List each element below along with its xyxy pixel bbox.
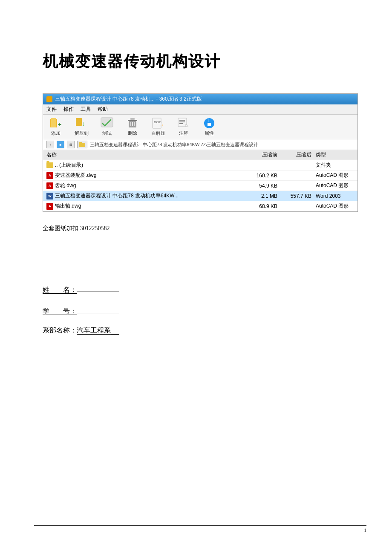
fm-file-row[interactable]: A 齿轮.dwg 54.9 KB AutoCAD 图形	[43, 181, 357, 191]
form-row-dept: 系部名称： 汽车工程系	[43, 326, 358, 335]
comment-icon	[177, 117, 190, 129]
fm-menu-help[interactable]: 帮助	[98, 106, 108, 113]
fm-btn-view1[interactable]: ■	[57, 141, 64, 148]
fm-file-compressed: 68.9 KB	[248, 203, 282, 209]
page-number: 1	[364, 527, 366, 534]
svg-rect-28	[79, 142, 82, 143]
fm-file-row[interactable]: W 三轴五档变速器课程设计 中心距78 发动机功率64KW... 2.1 MB …	[43, 191, 357, 201]
fm-title-icon	[46, 96, 52, 102]
form-dept-value: 汽车工程系	[77, 326, 119, 335]
form-section: 姓 名： 学 号： 系部名称： 汽车工程系	[43, 283, 358, 335]
svg-text:↓: ↓	[82, 120, 85, 127]
fm-title-bar: 三轴五档变速器课程设计 中心距78 发动机... - 360压缩 3.2正式版	[43, 94, 357, 104]
fm-file-row[interactable]: A 输出轴.dwg 68.9 KB AutoCAD 图形	[43, 201, 357, 211]
fm-path-bar: ↑ ■ ⊞ 三轴五档变速器课程设计 中心距78 发动机功率64KW.7z\三轴五…	[43, 139, 357, 150]
extract-icon: ↓	[75, 117, 88, 129]
fm-menu-bar: 文件 操作 工具 帮助	[43, 104, 357, 115]
fm-file-type: AutoCAD 图形	[316, 172, 354, 179]
fm-tool-extract-label: 解压到	[75, 130, 89, 136]
autocad-icon: A	[46, 203, 53, 210]
fm-header-row: 名称 压缩前 压缩后 类型	[43, 150, 357, 160]
fm-tool-selfextract-label: 自解压	[151, 130, 165, 136]
svg-rect-12	[130, 118, 135, 120]
fm-file-type: AutoCAD 图形	[316, 182, 354, 189]
form-dept-label: 系部名称：	[43, 326, 77, 335]
fm-col-header-type: 类型	[316, 151, 354, 159]
folder-icon	[46, 162, 53, 169]
fm-tool-add-label: 添加	[51, 130, 61, 136]
fm-tool-test[interactable]: 测试	[98, 117, 115, 136]
fm-file-name: 三轴五档变速器课程设计 中心距78 发动机功率64KW...	[55, 192, 248, 199]
fm-tool-comment-label: 注释	[179, 130, 188, 136]
form-id-value	[77, 305, 119, 313]
autocad-icon: A	[46, 172, 53, 179]
delete-icon	[126, 117, 139, 129]
fm-tool-delete-label: 删除	[128, 130, 137, 136]
svg-rect-26	[208, 123, 211, 126]
fm-tool-properties[interactable]: i 属性	[201, 117, 218, 136]
autocad-icon: A	[46, 182, 53, 189]
fm-menu-operate[interactable]: 操作	[63, 106, 74, 113]
fm-title-text: 三轴五档变速器课程设计 中心距78 发动机... - 360压缩 3.2正式版	[55, 95, 202, 103]
svg-rect-11	[128, 120, 137, 121]
svg-rect-5	[76, 118, 82, 126]
fm-file-name: .. (上级目录)	[55, 162, 248, 169]
fm-file-name: 变速器装配图.dwg	[55, 172, 248, 179]
fm-file-compressed: 2.1 MB	[248, 193, 282, 199]
fm-col-header-compressed: 压缩前	[248, 151, 282, 159]
form-name-label: 姓 名：	[43, 286, 77, 295]
word-icon: W	[46, 193, 53, 199]
svg-text:+: +	[58, 121, 61, 128]
fm-menu-file[interactable]: 文件	[46, 106, 57, 113]
fm-tool-extract[interactable]: ↓ 解压到	[73, 117, 90, 136]
file-manager-window: 三轴五档变速器课程设计 中心距78 发动机... - 360压缩 3.2正式版 …	[43, 93, 358, 212]
svg-rect-19	[178, 118, 187, 127]
fm-menu-tools[interactable]: 工具	[81, 106, 91, 113]
selfextract-icon: DOC →	[151, 117, 165, 129]
fm-file-compressed: 160.2 KB	[248, 173, 282, 179]
svg-text:→: →	[159, 122, 164, 128]
fm-btn-view2[interactable]: ⊞	[67, 141, 75, 148]
svg-marker-23	[186, 124, 188, 127]
fm-tool-selfextract[interactable]: DOC → 自解压	[150, 117, 167, 136]
form-row-name: 姓 名：	[43, 283, 358, 295]
svg-rect-7	[101, 118, 113, 127]
fm-tool-comment[interactable]: 注释	[175, 117, 192, 136]
fm-col-header-size: 压缩后	[282, 151, 316, 159]
fm-tool-test-label: 测试	[102, 130, 112, 136]
fm-tool-delete[interactable]: 删除	[124, 117, 141, 136]
fm-file-type: 文件夹	[316, 162, 354, 169]
fm-file-name: 齿轮.dwg	[55, 182, 248, 189]
contact-note: 全套图纸加扣 3012250582	[43, 225, 358, 232]
fm-path-text: 三轴五档变速器课程设计 中心距78 发动机功率64KW.7z\三轴五档变速器课程…	[90, 142, 258, 148]
fm-toolbar: + 添加 ↓ 解压到	[43, 115, 357, 139]
fm-tool-properties-label: 属性	[205, 130, 214, 136]
page-title: 机械变速器传动机构设计	[43, 51, 358, 72]
fm-btn-file[interactable]	[77, 141, 87, 148]
fm-file-type: Word 2003	[316, 193, 354, 199]
svg-rect-2	[51, 118, 56, 127]
svg-rect-27	[79, 143, 85, 147]
fm-file-type: AutoCAD 图形	[316, 202, 354, 210]
bottom-separator: 1	[34, 525, 366, 534]
form-row-id: 学 号：	[43, 305, 358, 316]
fm-file-name: 输出轴.dwg	[55, 202, 248, 210]
fm-file-list: 名称 压缩前 压缩后 类型 .. (上级目录) 文件夹 A 变速器装配图.dwg…	[43, 150, 357, 211]
info-icon: i	[202, 117, 216, 129]
fm-file-row[interactable]: A 变速器装配图.dwg 160.2 KB AutoCAD 图形	[43, 171, 357, 181]
fm-col-header-name: 名称	[46, 151, 248, 159]
fm-tool-add[interactable]: + 添加	[47, 117, 64, 136]
fm-file-size: 557.7 KB	[282, 193, 316, 199]
form-id-label: 学 号：	[43, 307, 77, 316]
fm-file-compressed: 54.9 KB	[248, 183, 282, 189]
fm-file-row[interactable]: .. (上级目录) 文件夹	[43, 160, 357, 171]
svg-text:i: i	[208, 118, 210, 123]
fm-btn-up[interactable]: ↑	[46, 141, 54, 148]
add-icon: +	[49, 117, 63, 129]
test-icon	[100, 117, 114, 129]
form-name-value	[77, 283, 119, 292]
